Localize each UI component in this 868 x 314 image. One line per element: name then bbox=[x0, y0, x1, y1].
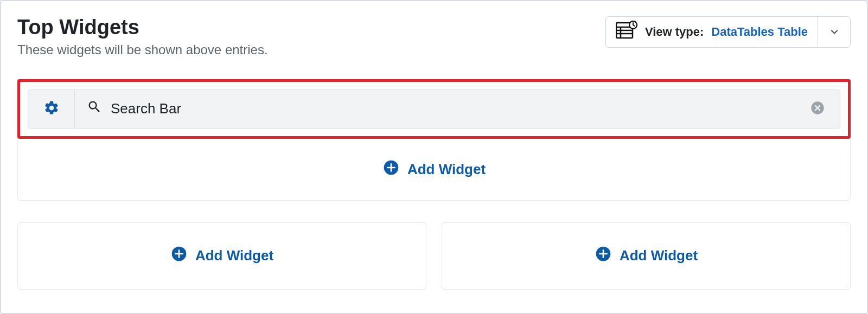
gear-icon bbox=[43, 100, 60, 118]
plus-circle-icon bbox=[170, 245, 188, 266]
plus-circle-icon bbox=[595, 245, 612, 266]
widget-settings-button[interactable] bbox=[28, 90, 75, 128]
view-type-display[interactable]: View type: DataTables Table bbox=[606, 17, 818, 47]
add-widget-button-left[interactable]: Add Widget bbox=[17, 222, 426, 290]
view-type-label: View type: bbox=[645, 25, 704, 39]
title-block: Top Widgets These widgets will be shown … bbox=[17, 16, 268, 57]
highlighted-widget-area: Search Bar bbox=[17, 79, 851, 139]
widget-label: Search Bar bbox=[111, 100, 181, 117]
add-widget-label: Add Widget bbox=[195, 247, 273, 264]
plus-circle-icon bbox=[382, 159, 400, 180]
view-type-value: DataTables Table bbox=[711, 25, 808, 39]
panel: Top Widgets These widgets will be shown … bbox=[0, 0, 868, 314]
view-type-dropdown-toggle[interactable] bbox=[818, 17, 850, 47]
page-subtitle: These widgets will be shown above entrie… bbox=[17, 42, 268, 57]
columns-area: Add Widget Add Widget bbox=[17, 222, 851, 290]
widget-remove-button[interactable] bbox=[801, 90, 840, 128]
add-widget-label: Add Widget bbox=[620, 247, 698, 264]
search-icon bbox=[87, 99, 102, 118]
header-row: Top Widgets These widgets will be shown … bbox=[17, 16, 851, 57]
view-type-selector[interactable]: View type: DataTables Table bbox=[605, 16, 851, 48]
widget-body[interactable]: Search Bar bbox=[75, 90, 801, 128]
widget-row-search-bar[interactable]: Search Bar bbox=[28, 89, 840, 129]
close-circle-icon bbox=[810, 100, 825, 118]
page-title: Top Widgets bbox=[17, 16, 268, 39]
add-widget-button-right[interactable]: Add Widget bbox=[442, 222, 851, 290]
add-widget-button-full[interactable]: Add Widget bbox=[17, 139, 851, 201]
table-icon bbox=[616, 21, 637, 43]
add-widget-label: Add Widget bbox=[407, 161, 486, 178]
